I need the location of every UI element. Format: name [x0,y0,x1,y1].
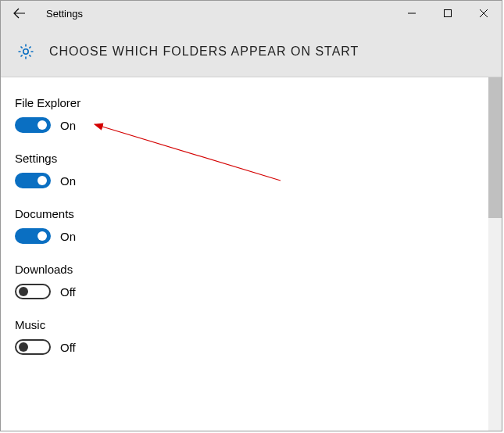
window-title: Settings [46,8,83,20]
setting-label: Documents [15,207,502,220]
toggle-file-explorer[interactable] [15,117,51,133]
toggle-documents[interactable] [15,228,51,244]
toggle-settings[interactable] [15,173,51,188]
page-header: CHOOSE WHICH FOLDERS APPEAR ON START [1,26,502,77]
scrollbar-thumb[interactable] [488,77,502,218]
toggle-music[interactable] [15,339,51,355]
toggle-state-label: On [60,174,76,188]
svg-point-4 [23,48,28,53]
back-button[interactable] [10,4,29,23]
setting-label: Downloads [15,263,502,276]
close-button[interactable] [466,1,502,26]
scrollbar-track[interactable] [488,77,502,431]
settings-list: File Explorer On Settings On Documents O… [1,77,502,355]
page-title: CHOOSE WHICH FOLDERS APPEAR ON START [49,45,359,59]
setting-label: Settings [15,152,502,165]
setting-music: Music Off [15,318,502,355]
toggle-state-label: On [60,230,76,243]
minimize-button[interactable] [394,1,430,26]
svg-rect-1 [445,10,452,17]
toggle-state-label: Off [60,341,76,354]
window-controls [394,1,502,26]
setting-settings: Settings On [15,152,502,188]
toggle-downloads[interactable] [15,284,51,299]
arrow-left-icon [13,6,27,20]
setting-file-explorer: File Explorer On [15,96,502,133]
settings-window: Settings [0,0,502,431]
gear-icon [15,41,37,63]
setting-downloads: Downloads Off [15,263,502,299]
titlebar: Settings [1,1,502,26]
toggle-state-label: On [60,119,76,132]
toggle-state-label: Off [60,285,76,299]
content-area: File Explorer On Settings On Documents O… [1,77,502,431]
maximize-button[interactable] [430,1,466,26]
maximize-icon [443,9,452,18]
close-icon [479,9,488,18]
setting-label: File Explorer [15,96,502,109]
minimize-icon [407,9,416,18]
setting-label: Music [15,318,502,331]
setting-documents: Documents On [15,207,502,244]
